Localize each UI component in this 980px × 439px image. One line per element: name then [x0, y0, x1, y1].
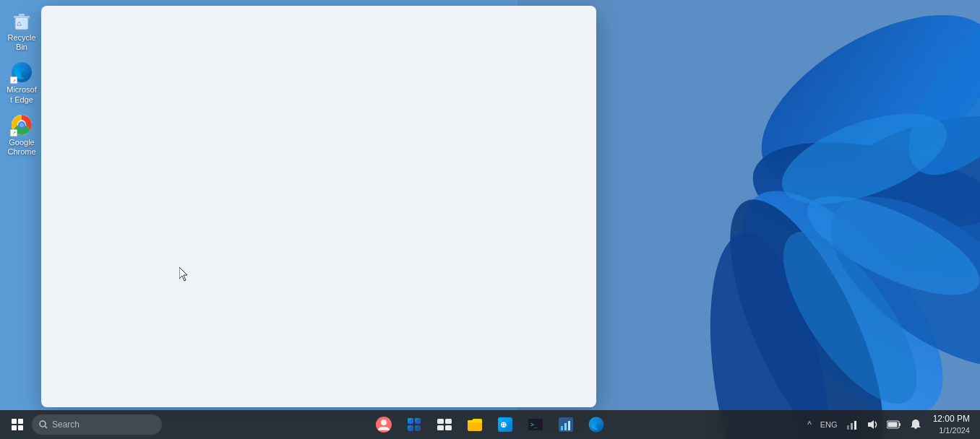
svg-rect-41 — [564, 423, 567, 430]
taskbar-app-widgets[interactable] — [400, 412, 429, 438]
edge-label: Microsoft Edge — [6, 85, 38, 104]
windows-logo-icon — [12, 419, 23, 430]
search-input[interactable] — [52, 420, 139, 430]
widgets-icon — [405, 416, 423, 433]
svg-text:♺: ♺ — [17, 21, 22, 27]
svg-rect-44 — [847, 425, 849, 430]
clock-time: 12:00 PM — [933, 413, 970, 425]
svg-rect-42 — [568, 421, 570, 430]
clock-date: 1/1/2024 — [939, 425, 970, 436]
svg-rect-14 — [19, 14, 25, 16]
taskbar-app-profile[interactable] — [369, 412, 398, 438]
svg-rect-50 — [887, 422, 897, 427]
notification-button[interactable] — [907, 417, 924, 432]
svg-point-21 — [40, 421, 46, 427]
svg-rect-33 — [445, 425, 452, 430]
system-tray: ^ ENG — [804, 417, 924, 432]
taskbar-edge-icon — [588, 416, 605, 433]
network-icon — [846, 419, 858, 430]
svg-rect-49 — [899, 423, 901, 426]
desktop-icon-chrome[interactable]: ↗ Google Chrome — [3, 110, 40, 160]
task-view-icon — [436, 416, 453, 433]
popup-window — [41, 6, 596, 407]
notification-icon — [910, 419, 921, 430]
language-indicator[interactable]: ENG — [817, 419, 841, 430]
chrome-icon: ↗ — [10, 113, 33, 136]
svg-rect-26 — [408, 418, 413, 424]
battery-button[interactable] — [884, 419, 904, 430]
svg-rect-31 — [445, 419, 452, 424]
language-label: ENG — [820, 420, 838, 429]
desktop: ♺ Recycle Bin — [0, 0, 980, 439]
svg-line-22 — [46, 427, 48, 429]
svg-rect-40 — [561, 426, 563, 430]
taskbar-left — [6, 413, 162, 436]
svg-rect-13 — [14, 16, 30, 18]
svg-marker-47 — [868, 420, 874, 429]
svg-rect-46 — [854, 421, 856, 430]
profile-icon — [375, 416, 392, 433]
ms-store-icon: ⊕ — [497, 416, 514, 433]
clock-button[interactable]: 12:00 PM 1/1/2024 — [929, 412, 974, 438]
file-explorer-icon — [466, 416, 483, 433]
network-button[interactable] — [843, 417, 861, 432]
svg-rect-29 — [415, 425, 421, 431]
search-icon — [39, 420, 48, 429]
svg-rect-27 — [415, 418, 421, 424]
svg-text:>_: >_ — [530, 422, 538, 428]
svg-rect-30 — [437, 419, 444, 424]
svg-text:⊕: ⊕ — [500, 420, 507, 429]
taskbar-center-apps: ⊕ >_ — [369, 412, 611, 438]
recycle-bin-icon: ♺ — [10, 9, 33, 32]
taskbar-app-terminal[interactable]: >_ — [521, 412, 550, 438]
edge-icon: ↗ — [10, 61, 33, 84]
svg-point-24 — [381, 420, 387, 425]
svg-rect-28 — [408, 425, 413, 431]
chrome-label: Google Chrome — [6, 138, 38, 157]
volume-icon — [867, 419, 878, 430]
taskbar-app-ms-store[interactable]: ⊕ — [491, 412, 520, 438]
taskbar-app-task-view[interactable] — [430, 412, 459, 438]
desktop-icon-recycle-bin[interactable]: ♺ Recycle Bin — [3, 6, 40, 55]
svg-rect-45 — [851, 423, 853, 430]
desktop-icons-container: ♺ Recycle Bin — [0, 0, 43, 165]
recycle-bin-label: Recycle Bin — [6, 33, 38, 52]
terminal-icon: >_ — [527, 416, 544, 433]
start-button[interactable] — [6, 413, 29, 436]
battery-icon — [887, 420, 901, 429]
svg-point-20 — [20, 123, 24, 127]
svg-rect-32 — [437, 425, 444, 430]
show-hidden-icons-button[interactable]: ^ — [804, 418, 814, 431]
taskbar-search[interactable] — [32, 414, 162, 435]
taskbar-app-file-explorer[interactable] — [460, 412, 489, 438]
chevron-up-icon: ^ — [807, 420, 812, 430]
volume-button[interactable] — [864, 417, 881, 432]
taskbar: ⊕ >_ — [0, 410, 980, 439]
taskmanager-icon — [557, 416, 575, 433]
desktop-icon-edge[interactable]: ↗ Microsoft Edge — [3, 58, 40, 107]
taskbar-app-taskmanager[interactable] — [551, 412, 580, 438]
taskbar-right: ^ ENG — [804, 412, 974, 438]
taskbar-app-edge[interactable] — [582, 412, 611, 438]
